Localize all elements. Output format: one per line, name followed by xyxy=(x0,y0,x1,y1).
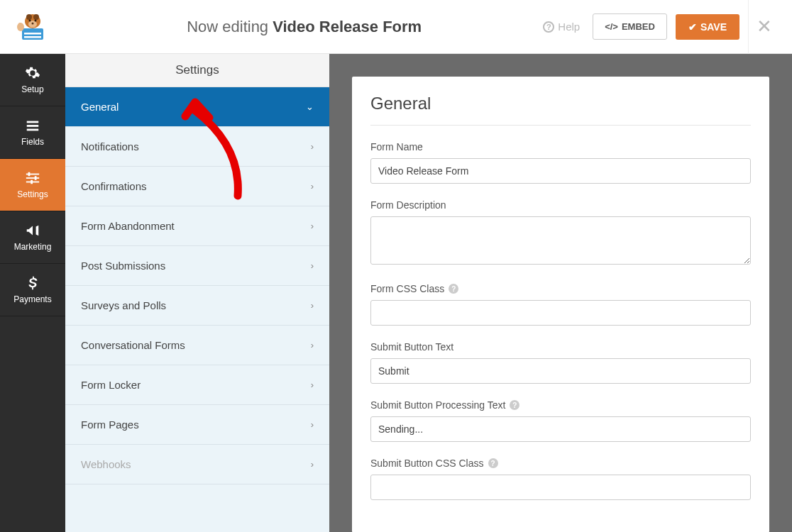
save-button[interactable]: ✔ SAVE xyxy=(676,14,739,40)
chevron-right-icon: › xyxy=(311,221,314,231)
svg-rect-8 xyxy=(24,33,41,35)
check-icon: ✔ xyxy=(688,21,697,33)
help-tip-icon[interactable]: ? xyxy=(449,284,458,294)
settings-item-label: Notifications xyxy=(81,140,139,153)
app-logo xyxy=(0,0,65,54)
svg-rect-9 xyxy=(24,36,41,38)
help-button[interactable]: ? Help xyxy=(543,21,580,33)
field-label: Form CSS Class ? xyxy=(370,283,751,294)
chevron-right-icon: › xyxy=(311,379,314,390)
gear-icon xyxy=(25,65,40,81)
nav-setup[interactable]: Setup xyxy=(0,54,65,106)
settings-item-surveys-and-polls[interactable]: Surveys and Polls › xyxy=(65,286,329,326)
close-button[interactable]: ✕ xyxy=(748,0,779,54)
form-css-class-input[interactable] xyxy=(370,300,751,326)
chevron-right-icon: › xyxy=(311,181,314,192)
form-description-input[interactable] xyxy=(370,216,751,265)
main-content: General Form Name Form Description Form … xyxy=(329,54,792,532)
field-submit-button-css-class: Submit Button CSS Class ? xyxy=(370,458,751,500)
editing-title: Now editing Video Release Form xyxy=(65,18,543,36)
svg-rect-13 xyxy=(27,125,39,127)
settings-item-conversational-forms[interactable]: Conversational Forms › xyxy=(65,326,329,365)
settings-item-general[interactable]: General ⌄ xyxy=(65,87,329,127)
field-label: Submit Button Text xyxy=(370,341,751,353)
chevron-down-icon: ⌄ xyxy=(306,101,314,112)
settings-item-label: Surveys and Polls xyxy=(81,299,166,311)
settings-item-notifications[interactable]: Notifications › xyxy=(65,127,329,167)
settings-item-label: Conversational Forms xyxy=(81,339,185,351)
settings-item-label: Post Submissions xyxy=(81,260,165,272)
settings-item-post-submissions[interactable]: Post Submissions › xyxy=(65,246,329,286)
chevron-right-icon: › xyxy=(311,300,314,311)
field-form-css-class: Form CSS Class ? xyxy=(370,283,751,326)
submit-button-text-input[interactable] xyxy=(370,358,751,384)
list-icon xyxy=(25,118,40,133)
nav-payments[interactable]: Payments xyxy=(0,264,65,316)
chevron-right-icon: › xyxy=(311,141,314,152)
nav-label: Settings xyxy=(17,189,48,199)
body-layout: Setup Fields Settings Marketing Payments xyxy=(0,54,792,532)
submit-button-processing-text-input[interactable] xyxy=(370,416,751,442)
svg-point-1 xyxy=(26,14,32,20)
nav-marketing[interactable]: Marketing xyxy=(0,211,65,264)
nav-fields[interactable]: Fields xyxy=(0,106,65,159)
left-nav: Setup Fields Settings Marketing Payments xyxy=(0,54,65,532)
settings-column: Settings General ⌄ Notifications › Confi… xyxy=(65,54,329,532)
svg-point-6 xyxy=(32,22,34,24)
top-actions: ? Help </> EMBED ✔ SAVE xyxy=(543,13,739,40)
settings-item-form-pages[interactable]: Form Pages › xyxy=(65,405,329,445)
svg-rect-12 xyxy=(27,121,39,123)
close-icon: ✕ xyxy=(757,16,772,38)
settings-item-form-abandonment[interactable]: Form Abandonment › xyxy=(65,206,329,246)
chevron-right-icon: › xyxy=(311,260,314,271)
help-tip-icon[interactable]: ? xyxy=(488,458,498,468)
chevron-right-icon: › xyxy=(311,459,314,470)
form-name-input[interactable] xyxy=(370,158,751,184)
settings-item-label: General xyxy=(81,101,119,113)
settings-item-label: Form Locker xyxy=(81,379,141,391)
settings-item-label: Form Pages xyxy=(81,419,139,431)
svg-rect-18 xyxy=(28,172,31,177)
field-submit-button-processing-text: Submit Button Processing Text ? xyxy=(370,399,751,442)
nav-settings[interactable]: Settings xyxy=(0,159,65,211)
submit-button-css-class-input[interactable] xyxy=(370,475,751,500)
nav-label: Marketing xyxy=(14,242,52,252)
settings-item-form-locker[interactable]: Form Locker › xyxy=(65,365,329,405)
svg-rect-19 xyxy=(35,176,37,180)
svg-rect-11 xyxy=(18,23,21,28)
svg-point-2 xyxy=(33,14,39,20)
svg-rect-20 xyxy=(31,180,33,184)
svg-rect-16 xyxy=(26,177,39,179)
panel-heading: General xyxy=(370,94,751,126)
embed-button[interactable]: </> EMBED xyxy=(593,13,667,40)
nav-label: Setup xyxy=(21,84,43,94)
field-form-description: Form Description xyxy=(370,199,751,267)
bullhorn-icon xyxy=(25,223,40,238)
svg-point-4 xyxy=(29,19,31,21)
dollar-icon xyxy=(25,275,40,291)
general-settings-panel: General Form Name Form Description Form … xyxy=(352,77,769,532)
top-bar: Now editing Video Release Form ? Help </… xyxy=(0,0,792,54)
settings-item-confirmations[interactable]: Confirmations › xyxy=(65,167,329,206)
settings-item-webhooks[interactable]: Webhooks › xyxy=(65,445,329,484)
field-label: Form Name xyxy=(370,141,751,153)
field-submit-button-text: Submit Button Text xyxy=(370,341,751,384)
settings-item-label: Confirmations xyxy=(81,180,147,192)
help-tip-icon[interactable]: ? xyxy=(510,400,519,410)
field-label: Submit Button Processing Text ? xyxy=(370,399,751,411)
field-label: Submit Button CSS Class ? xyxy=(370,458,751,469)
nav-label: Payments xyxy=(13,294,51,304)
settings-item-label: Webhooks xyxy=(81,458,131,470)
chevron-right-icon: › xyxy=(311,340,314,350)
settings-header: Settings xyxy=(65,54,329,87)
nav-label: Fields xyxy=(21,137,44,147)
sliders-icon xyxy=(25,170,40,186)
svg-rect-14 xyxy=(27,129,39,131)
field-form-name: Form Name xyxy=(370,141,751,184)
settings-list: General ⌄ Notifications › Confirmations … xyxy=(65,87,329,532)
help-icon: ? xyxy=(543,21,554,33)
svg-point-5 xyxy=(35,19,37,21)
settings-item-label: Form Abandonment xyxy=(81,220,175,232)
chevron-right-icon: › xyxy=(311,419,314,430)
field-label: Form Description xyxy=(370,199,751,211)
